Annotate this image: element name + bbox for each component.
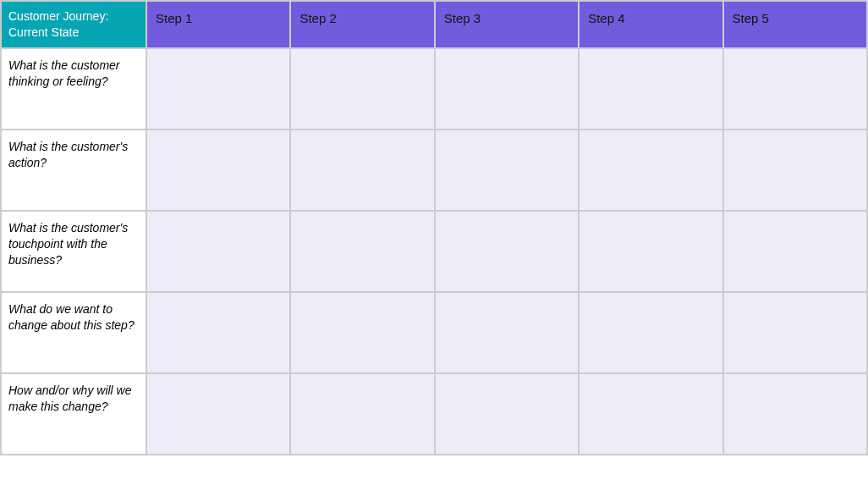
row-label-change-how: How and/or why will we make this change? [1,373,146,455]
data-cell[interactable] [579,211,722,292]
row-label-change-what: What do we want to change about this ste… [1,292,146,373]
row-label-touchpoint: What is the customer's touchpoint with t… [1,211,146,292]
data-cell[interactable] [723,292,867,373]
step-label: Step 4 [588,11,624,25]
data-cell[interactable] [579,130,722,211]
data-cell[interactable] [579,48,722,130]
step-header-1: Step 1 [146,1,290,48]
data-cell[interactable] [723,130,867,211]
step-header-3: Step 3 [435,1,579,48]
table-title: Customer Journey: Current State [8,9,108,39]
step-header-2: Step 2 [290,1,434,48]
data-cell[interactable] [290,292,434,373]
step-label: Step 1 [156,11,192,25]
data-cell[interactable] [146,48,290,130]
data-cell[interactable] [290,211,434,292]
data-cell[interactable] [435,292,579,373]
row-label-action: What is the customer's action? [1,130,146,211]
data-cell[interactable] [290,48,434,130]
data-cell[interactable] [146,292,290,373]
data-cell[interactable] [435,211,579,292]
data-cell[interactable] [146,373,290,455]
step-label: Step 2 [299,11,336,25]
data-cell[interactable] [290,130,434,211]
data-cell[interactable] [435,373,579,455]
row-label-text: What is the customer's touchpoint with t… [8,221,128,267]
data-cell[interactable] [435,130,579,211]
data-cell[interactable] [435,48,579,130]
table-title-cell: Customer Journey: Current State [1,1,146,48]
step-label: Step 5 [733,11,769,25]
data-cell[interactable] [146,130,290,211]
row-label-text: What do we want to change about this ste… [8,302,135,332]
row-label-text: What is the customer's action? [8,140,128,169]
data-cell[interactable] [723,373,867,455]
row-label-text: How and/or why will we make this change? [8,383,132,413]
data-cell[interactable] [290,373,434,455]
step-header-5: Step 5 [723,1,867,48]
step-label: Step 3 [444,11,481,25]
row-label-text: What is the customer thinking or feeling… [8,58,120,88]
step-header-4: Step 4 [579,1,722,48]
row-label-thinking-feeling: What is the customer thinking or feeling… [1,48,146,130]
data-cell[interactable] [723,48,867,130]
data-cell[interactable] [579,292,722,373]
data-cell[interactable] [579,373,722,455]
data-cell[interactable] [723,211,867,292]
data-cell[interactable] [146,211,290,292]
customer-journey-table: Customer Journey: Current State Step 1 S… [0,0,868,455]
